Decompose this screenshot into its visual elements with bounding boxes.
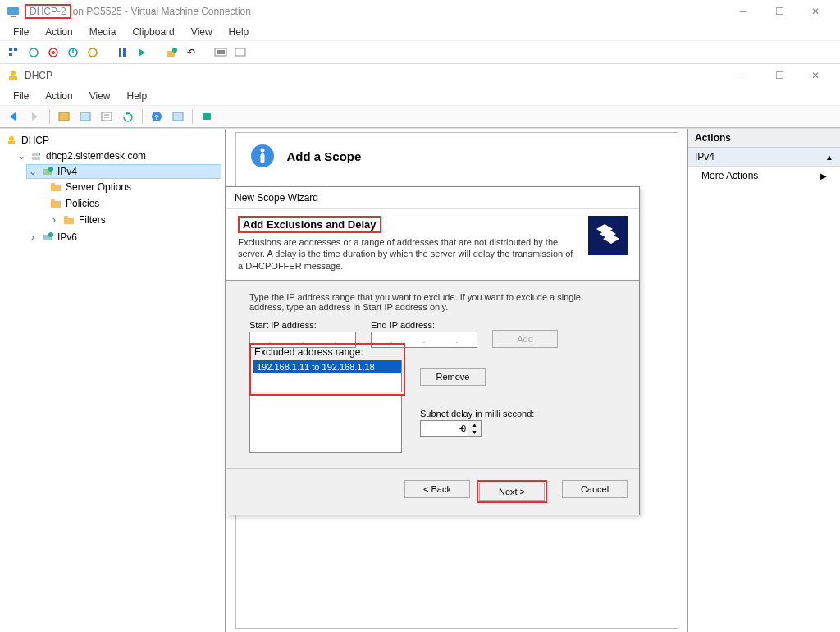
svg-point-10 bbox=[89, 48, 97, 57]
detail-icon[interactable] bbox=[76, 108, 94, 126]
tree-policies[interactable]: Policies bbox=[48, 196, 221, 211]
svg-rect-4 bbox=[9, 53, 12, 56]
actions-panel: Actions IPv4 ▲ More Actions ▶ bbox=[688, 129, 840, 632]
svg-rect-31 bbox=[173, 112, 183, 121]
svg-rect-1 bbox=[11, 16, 16, 17]
spinner-up-icon[interactable]: ▲ bbox=[468, 421, 481, 429]
vm-menu-help[interactable]: Help bbox=[222, 25, 256, 39]
center-heading: Add a Scope bbox=[287, 149, 362, 163]
next-button[interactable]: Next > bbox=[479, 483, 545, 501]
vm-title-machine: DHCP-2 bbox=[25, 4, 71, 19]
stop-icon[interactable] bbox=[46, 45, 61, 60]
dhcp-menu-action[interactable]: Action bbox=[39, 89, 79, 103]
tree-root[interactable]: DHCP bbox=[3, 133, 221, 148]
vm-menu-view[interactable]: View bbox=[185, 25, 219, 39]
spinner-down-icon[interactable]: ▼ bbox=[468, 428, 481, 436]
start-icon[interactable] bbox=[26, 45, 41, 60]
actions-more-label: More Actions bbox=[701, 170, 758, 181]
collapse-icon[interactable]: ⌄ bbox=[28, 166, 38, 177]
subnet-delay-input[interactable]: 0 ÷ ▲ ▼ bbox=[420, 420, 482, 437]
excluded-item[interactable]: 192.168.1.11 to 192.168.1.18 bbox=[253, 360, 401, 373]
vm-app-icon bbox=[7, 5, 20, 18]
tree-server-options-label: Server Options bbox=[66, 181, 131, 193]
play-icon[interactable] bbox=[135, 45, 149, 60]
svg-rect-18 bbox=[235, 48, 245, 56]
expand-icon[interactable]: › bbox=[49, 214, 59, 226]
excluded-label: Excluded address range: bbox=[253, 346, 402, 360]
dhcp-minimize-button[interactable]: ─ bbox=[725, 64, 761, 87]
dhcp-close-button[interactable]: ✕ bbox=[797, 64, 833, 87]
share-icon[interactable] bbox=[233, 45, 248, 60]
add-button[interactable]: Add bbox=[492, 330, 558, 348]
folder-icon bbox=[49, 181, 62, 194]
svg-rect-11 bbox=[119, 48, 121, 57]
svg-rect-3 bbox=[14, 48, 17, 51]
svg-point-19 bbox=[11, 71, 16, 76]
tree-ipv4[interactable]: ⌄ IPv4 bbox=[26, 164, 221, 179]
back-icon[interactable] bbox=[5, 108, 23, 126]
wizard-description: Exclusions are addresses or a range of a… bbox=[238, 236, 578, 272]
server-icon bbox=[30, 149, 43, 163]
svg-marker-13 bbox=[139, 48, 145, 57]
wizard-window-title: New Scope Wizard bbox=[226, 187, 639, 209]
ipv6-icon bbox=[41, 231, 54, 244]
svg-point-7 bbox=[52, 51, 55, 54]
dhcp-menu-file[interactable]: File bbox=[7, 89, 35, 103]
refresh-icon[interactable] bbox=[119, 108, 137, 126]
remove-button[interactable]: Remove bbox=[420, 368, 486, 386]
dhcp-window-controls: ─ ☐ ✕ bbox=[725, 64, 833, 87]
tree-server-label: dhcp2.sistemdesk.com bbox=[46, 150, 146, 162]
ctrl-alt-del-icon[interactable] bbox=[7, 45, 21, 60]
vm-menu-file[interactable]: File bbox=[7, 25, 35, 39]
back-button[interactable]: < Back bbox=[404, 480, 470, 498]
vm-menu-clipboard[interactable]: Clipboard bbox=[126, 25, 180, 39]
actions-context[interactable]: IPv4 ▲ bbox=[688, 148, 840, 167]
tree-ipv6-label: IPv6 bbox=[57, 231, 77, 243]
svg-rect-41 bbox=[51, 183, 55, 185]
tree-server-options[interactable]: Server Options bbox=[48, 180, 221, 195]
excluded-listbox-extra[interactable] bbox=[249, 396, 402, 453]
excluded-listbox[interactable]: 192.168.1.11 to 192.168.1.18 bbox=[253, 360, 402, 392]
vm-menu-action[interactable]: Action bbox=[39, 25, 79, 39]
svg-marker-28 bbox=[126, 112, 130, 115]
tree-root-label: DHCP bbox=[21, 135, 49, 146]
close-button[interactable]: ✕ bbox=[797, 0, 833, 23]
expand-icon[interactable]: › bbox=[28, 231, 38, 243]
tree-server[interactable]: ⌄ dhcp2.sistemdesk.com bbox=[15, 149, 221, 163]
vm-titlebar: DHCP-2 on PC5525 - Virtual Machine Conne… bbox=[0, 0, 840, 23]
minimize-button[interactable]: ─ bbox=[725, 0, 761, 23]
cancel-button[interactable]: Cancel bbox=[562, 480, 628, 498]
export-icon[interactable] bbox=[98, 108, 116, 126]
actions-more[interactable]: More Actions ▶ bbox=[688, 167, 840, 185]
help-icon[interactable]: ? bbox=[148, 108, 166, 126]
info-icon bbox=[249, 143, 276, 169]
collapse-icon[interactable]: ▲ bbox=[825, 153, 833, 162]
revert-icon[interactable]: ↶ bbox=[184, 45, 199, 60]
vm-menubar: File Action Media Clipboard View Help bbox=[0, 23, 840, 41]
svg-rect-50 bbox=[260, 153, 264, 163]
svg-rect-2 bbox=[9, 48, 12, 51]
properties-icon[interactable] bbox=[169, 108, 187, 126]
dhcp-menu-help[interactable]: Help bbox=[121, 89, 154, 103]
maximize-button[interactable]: ☐ bbox=[761, 0, 797, 23]
shutdown-icon[interactable] bbox=[66, 45, 80, 60]
enhanced-session-icon[interactable] bbox=[213, 45, 228, 60]
dhcp-menu-view[interactable]: View bbox=[83, 89, 117, 103]
forward-icon[interactable] bbox=[26, 108, 44, 126]
dhcp-maximize-button[interactable]: ☐ bbox=[761, 64, 797, 87]
folder-icon bbox=[49, 197, 62, 210]
save-icon[interactable] bbox=[85, 45, 100, 60]
tree-filters[interactable]: ›Filters bbox=[48, 213, 221, 227]
show-hide-icon[interactable] bbox=[55, 108, 73, 126]
wizard-banner-icon bbox=[588, 216, 628, 255]
pause-icon[interactable] bbox=[115, 45, 130, 60]
tree-panel[interactable]: DHCP ⌄ dhcp2.sistemdesk.com ⌄ bbox=[0, 129, 226, 632]
tree-ipv4-label: IPv4 bbox=[57, 166, 77, 177]
scope-icon[interactable] bbox=[198, 108, 216, 126]
tree-ipv6[interactable]: › IPv6 bbox=[26, 230, 221, 245]
collapse-icon[interactable]: ⌄ bbox=[16, 150, 26, 162]
vm-menu-media[interactable]: Media bbox=[83, 25, 123, 39]
checkpoint-icon[interactable] bbox=[164, 45, 179, 60]
end-ip-label: End IP address: bbox=[371, 320, 477, 330]
tree-filters-label: Filters bbox=[79, 214, 106, 226]
